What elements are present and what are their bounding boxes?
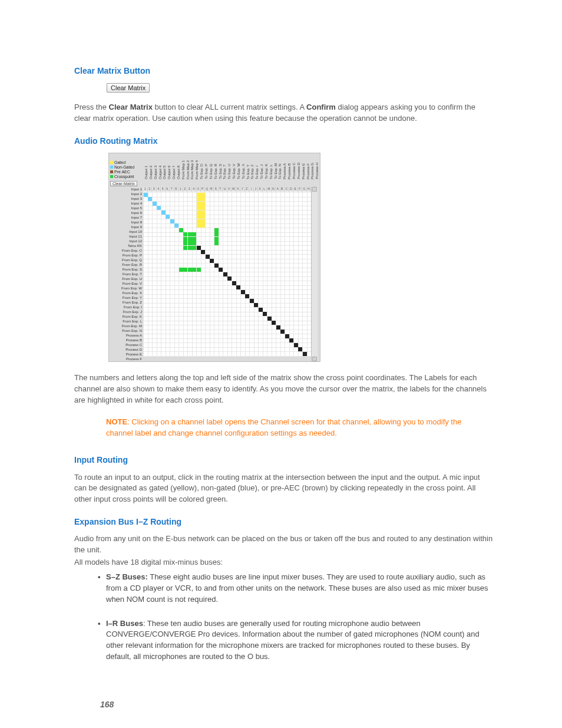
- matrix-crosspoint[interactable]: [183, 232, 187, 236]
- matrix-crosspoint[interactable]: [206, 255, 210, 259]
- matrix-crosspoint[interactable]: [183, 241, 187, 245]
- matrix-crosspoint[interactable]: [170, 219, 174, 223]
- matrix-crosspoint[interactable]: [214, 232, 219, 236]
- matrix-crosspoint[interactable]: [174, 223, 178, 228]
- legend-pre-aec: Pre AEC: [110, 170, 143, 174]
- note-text: NOTE: Clicking on a channel label opens …: [106, 417, 494, 439]
- matrix-crosspoint[interactable]: [157, 206, 161, 210]
- matrix-crosspoint[interactable]: [197, 193, 201, 197]
- expansion-paragraph-1: Audio from any unit on the E-bus network…: [74, 533, 494, 556]
- matrix-crosspoint[interactable]: [201, 197, 205, 201]
- matrix-crosspoint[interactable]: [197, 197, 201, 201]
- legend-gated: Gated: [110, 160, 143, 165]
- matrix-crosspoint[interactable]: [197, 202, 201, 206]
- matrix-crosspoint[interactable]: [188, 246, 192, 250]
- matrix-column-labels: Output 1Output 2Output 3Output 4Output 5…: [144, 160, 320, 180]
- matrix-crosspoint[interactable]: [188, 237, 192, 241]
- matrix-crosspoint[interactable]: [183, 237, 187, 241]
- bus-list-item-sz: S–Z Buses: These eight audio buses are l…: [98, 572, 494, 618]
- matrix-crosspoint[interactable]: [245, 294, 249, 298]
- clear-matrix-button[interactable]: Clear Matrix: [107, 83, 150, 93]
- heading-input-routing: Input Routing: [74, 454, 494, 466]
- heading-clear-matrix: Clear Matrix Button: [74, 65, 494, 77]
- matrix-crosspoint[interactable]: [192, 246, 196, 250]
- matrix-crosspoint[interactable]: [201, 215, 205, 219]
- matrix-crosspoint[interactable]: [192, 241, 196, 245]
- matrix-crosspoint[interactable]: [192, 268, 196, 272]
- matrix-crosspoint[interactable]: [303, 352, 307, 356]
- matrix-crosspoint[interactable]: [294, 343, 298, 347]
- matrix-crosspoint[interactable]: [236, 285, 240, 289]
- matrix-crosspoint[interactable]: [276, 325, 280, 330]
- matrix-crosspoint[interactable]: [144, 193, 148, 197]
- matrix-crosspoint[interactable]: [197, 210, 201, 215]
- matrix-crosspoint[interactable]: [227, 276, 232, 281]
- matrix-crosspoint[interactable]: [210, 259, 214, 263]
- matrix-crosspoint[interactable]: [214, 241, 219, 245]
- matrix-crosspoint[interactable]: [153, 202, 157, 206]
- matrix-crosspoint[interactable]: [254, 303, 258, 307]
- matrix-crosspoint[interactable]: [201, 206, 205, 210]
- input-routing-paragraph: To route an input to an output, click in…: [74, 472, 494, 506]
- bus-list: S–Z Buses: These eight audio buses are l…: [98, 572, 494, 676]
- audio-routing-matrix-screenshot: Gated Non-Gated Pre AEC Crosspoint Outpu…: [108, 153, 494, 362]
- matrix-crosspoint[interactable]: [188, 232, 192, 236]
- matrix-crosspoint[interactable]: [197, 219, 201, 223]
- matrix-crosspoint[interactable]: [201, 219, 205, 223]
- matrix-crosspoint[interactable]: [192, 232, 196, 236]
- legend-crosspoint: Crosspoint: [110, 174, 143, 179]
- matrix-crosspoint[interactable]: [192, 237, 196, 241]
- matrix-crosspoint[interactable]: [285, 334, 289, 338]
- expansion-paragraph-2: All models have 18 digital mix-minus bus…: [74, 557, 494, 568]
- matrix-crosspoint[interactable]: [298, 347, 302, 351]
- matrix-crosspoint[interactable]: [214, 263, 219, 268]
- matrix-clear-button[interactable]: Clear Matrix: [110, 181, 137, 186]
- matrix-crosspoint[interactable]: [197, 246, 201, 250]
- matrix-crosspoint[interactable]: [223, 272, 227, 276]
- matrix-grid[interactable]: 123456781234OPQRSTUVWXYZIJKLMNABCDEFGH: [143, 187, 311, 356]
- matrix-crosspoint[interactable]: [214, 237, 219, 241]
- matrix-crosspoint[interactable]: [188, 268, 192, 272]
- matrix-crosspoint[interactable]: [219, 268, 223, 272]
- matrix-crosspoint[interactable]: [259, 308, 263, 312]
- matrix-crosspoint[interactable]: [250, 299, 254, 303]
- clear-matrix-paragraph: Press the Clear Matrix button to clear A…: [74, 102, 494, 124]
- clear-matrix-button-graphic: Clear Matrix: [107, 83, 494, 94]
- matrix-crosspoint[interactable]: [201, 202, 205, 206]
- matrix-crosspoint[interactable]: [214, 228, 219, 232]
- legend-non-gated: Non-Gated: [110, 165, 143, 170]
- matrix-crosspoint[interactable]: [197, 268, 201, 272]
- matrix-crosspoint[interactable]: [197, 215, 201, 219]
- matrix-crosspoint[interactable]: [183, 268, 187, 272]
- matrix-crosspoint[interactable]: [183, 246, 187, 250]
- matrix-crosspoint[interactable]: [188, 241, 192, 245]
- matrix-description: The numbers and letters along the top an…: [74, 373, 494, 406]
- matrix-crosspoint[interactable]: [197, 223, 201, 228]
- matrix-crosspoint[interactable]: [272, 321, 276, 325]
- heading-expansion-bus: Expansion Bus I–Z Routing: [74, 516, 494, 528]
- matrix-crosspoint[interactable]: [232, 281, 236, 285]
- matrix-crosspoint[interactable]: [280, 330, 285, 334]
- matrix-crosspoint[interactable]: [179, 268, 183, 272]
- matrix-crosspoint[interactable]: [289, 338, 293, 342]
- matrix-crosspoint[interactable]: [201, 223, 205, 228]
- matrix-crosspoint[interactable]: [263, 312, 267, 316]
- matrix-crosspoint[interactable]: [197, 206, 201, 210]
- bus-list-item-ir: I–R Buses: These ten audio buses are gen…: [98, 618, 494, 676]
- page-number: 168: [100, 699, 114, 710]
- heading-audio-matrix: Audio Routing Matrix: [74, 135, 494, 147]
- matrix-crosspoint[interactable]: [241, 290, 245, 294]
- matrix-crosspoint[interactable]: [148, 197, 152, 201]
- matrix-legend: Gated Non-Gated Pre AEC Crosspoint: [109, 159, 144, 180]
- matrix-crosspoint[interactable]: [179, 228, 183, 232]
- matrix-row-labels: Input 1Input 2Input 3Input 4Input 5Input…: [109, 187, 143, 361]
- matrix-crosspoint[interactable]: [161, 210, 166, 215]
- matrix-crosspoint[interactable]: [267, 317, 272, 321]
- matrix-scrollbar[interactable]: [311, 187, 318, 361]
- matrix-crosspoint[interactable]: [201, 193, 205, 197]
- matrix-crosspoint[interactable]: [201, 210, 205, 215]
- matrix-crosspoint[interactable]: [166, 215, 170, 219]
- matrix-crosspoint[interactable]: [201, 250, 205, 254]
